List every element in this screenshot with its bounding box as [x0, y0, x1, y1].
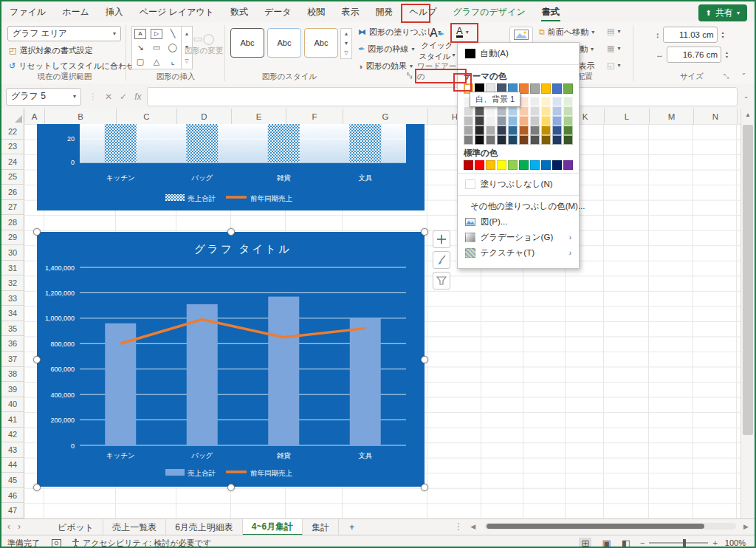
- new-sheet-button[interactable]: +: [339, 519, 365, 535]
- row-header-40[interactable]: 40: [1, 397, 24, 413]
- menu-tab-挿入[interactable]: 挿入: [97, 2, 131, 22]
- standard-color-swatch-1[interactable]: [475, 160, 484, 171]
- macro-record-icon[interactable]: [52, 539, 61, 547]
- resize-handle-e[interactable]: [421, 356, 428, 363]
- resize-handle-n[interactable]: [227, 228, 235, 236]
- vertical-scrollbar[interactable]: ▲: [740, 109, 755, 518]
- upper-chart[interactable]: 200キッチンバッグ雑貨文具売上合計前年同期売上: [37, 124, 425, 210]
- row-header-28[interactable]: 28: [1, 215, 24, 230]
- formula-input[interactable]: [147, 87, 738, 106]
- theme-variant-swatch-6-2[interactable]: [530, 116, 540, 126]
- line-shape-icon[interactable]: ╲: [171, 29, 176, 38]
- row-header-45[interactable]: 45: [1, 473, 24, 488]
- shape-outline-button[interactable]: ✒ 図形の枠線 ▾: [358, 44, 415, 55]
- accessibility-icon[interactable]: [72, 538, 80, 548]
- theme-variant-swatch-7-1[interactable]: [541, 106, 551, 116]
- cancel-icon[interactable]: ✕: [105, 92, 112, 102]
- standard-color-swatch-3[interactable]: [497, 160, 506, 171]
- namebox-splitter[interactable]: ⋮: [89, 92, 97, 102]
- theme-variant-swatch-2-4[interactable]: [486, 135, 495, 145]
- send-backward-button[interactable]: 動 ▾: [580, 44, 594, 55]
- theme-variant-swatch-5-1[interactable]: [519, 106, 529, 116]
- theme-variant-swatch-4-3[interactable]: [508, 126, 518, 135]
- sheet-nav-left-icon[interactable]: ‹: [1, 519, 16, 535]
- menu-tab-数式[interactable]: 数式: [222, 2, 256, 22]
- theme-variant-swatch-8-4[interactable]: [552, 135, 562, 145]
- sheet-nav-right-icon[interactable]: ›: [16, 519, 27, 535]
- menu-item-gradient[interactable]: グラデーション(G) ›: [464, 230, 573, 245]
- theme-variant-swatch-5-4[interactable]: [519, 135, 529, 145]
- theme-color-swatch-7[interactable]: [541, 83, 551, 94]
- align-button[interactable]: ▤▾: [607, 27, 620, 36]
- name-box[interactable]: グラフ 5 ▾: [6, 88, 81, 106]
- format-selection-button[interactable]: ◰ 選択対象の書式設定: [9, 45, 93, 56]
- zoom-slider[interactable]: [649, 542, 708, 544]
- share-button[interactable]: ⬆ 共有 ▾: [698, 4, 747, 21]
- row-header-27[interactable]: 27: [1, 200, 24, 216]
- alt-text-button[interactable]: [509, 27, 533, 43]
- row-header-41[interactable]: 41: [1, 412, 24, 428]
- arrow-shape-icon[interactable]: ↘: [137, 43, 143, 52]
- gallery-up-icon[interactable]: ▲: [344, 31, 349, 36]
- standard-color-swatch-7[interactable]: [541, 160, 551, 171]
- standard-color-swatch-2[interactable]: [486, 160, 495, 171]
- row-header-24[interactable]: 24: [1, 154, 24, 170]
- theme-variant-swatch-2-2[interactable]: [486, 116, 495, 126]
- row-header-39[interactable]: 39: [1, 382, 24, 397]
- sheet-tab-売上一覧表[interactable]: 売上一覧表: [103, 519, 166, 535]
- theme-variant-swatch-0-4[interactable]: [464, 135, 473, 145]
- menu-tab-データ[interactable]: データ: [256, 2, 300, 22]
- theme-variant-swatch-2-1[interactable]: [486, 106, 495, 116]
- height-down-icon[interactable]: ▾: [722, 35, 724, 39]
- normal-view-icon[interactable]: ⊞: [579, 538, 591, 548]
- shape-effects-button[interactable]: ◑ 図形の効果 ▾: [358, 61, 413, 72]
- theme-variant-swatch-7-2[interactable]: [541, 116, 551, 126]
- row-header-34[interactable]: 34: [1, 306, 24, 321]
- page-break-view-icon[interactable]: ◧: [622, 538, 630, 548]
- menu-item-texture[interactable]: テクスチャ(T) ›: [464, 245, 573, 261]
- wordart-dialog-launcher-icon[interactable]: ⤡: [407, 71, 412, 79]
- shape-styles-scroll[interactable]: ▲ ▼ ▽: [340, 28, 352, 59]
- theme-variant-swatch-8-0[interactable]: [552, 97, 562, 106]
- standard-color-swatch-4[interactable]: [508, 160, 518, 171]
- row-header-42[interactable]: 42: [1, 428, 24, 443]
- row-header-31[interactable]: 31: [1, 261, 24, 276]
- standard-color-swatch-8[interactable]: [552, 160, 562, 171]
- column-header-E[interactable]: E: [232, 109, 286, 124]
- row-header-33[interactable]: 33: [1, 291, 24, 306]
- theme-variant-swatch-5-2[interactable]: [519, 116, 529, 126]
- row-header-26[interactable]: 26: [1, 185, 24, 200]
- column-header-M[interactable]: M: [650, 109, 694, 124]
- reset-style-button[interactable]: ↺ リセットしてスタイルに合わせる: [9, 61, 143, 72]
- row-header-32[interactable]: 32: [1, 275, 24, 291]
- accessibility-status[interactable]: アクセシビリティ: 検討が必要です: [83, 538, 211, 548]
- bring-forward-button[interactable]: ⧉ 前面へ移動 ▾: [539, 27, 594, 38]
- menu-tab-ファイル[interactable]: ファイル: [1, 2, 54, 22]
- theme-variant-swatch-8-2[interactable]: [552, 116, 562, 126]
- theme-variant-swatch-1-4[interactable]: [475, 135, 484, 145]
- row-header-37[interactable]: 37: [1, 352, 24, 367]
- menu-tab-ホーム[interactable]: ホーム: [54, 2, 97, 22]
- resize-handle-se[interactable]: [421, 484, 428, 491]
- oval-shape-icon[interactable]: ◯: [168, 43, 177, 52]
- page-layout-view-icon[interactable]: ▣: [602, 538, 611, 548]
- menu-item-more-colors[interactable]: その他の塗りつぶしの色(M)...: [464, 199, 573, 214]
- theme-variant-swatch-3-3[interactable]: [497, 126, 506, 135]
- standard-color-swatch-9[interactable]: [563, 160, 573, 171]
- insert-shapes-gallery[interactable]: A ▷ ╲ ↘ ▭ ◯ ▢ △ ⌞ ▲ ▼ ▽: [131, 26, 193, 69]
- row-header-35[interactable]: 35: [1, 321, 24, 337]
- theme-variant-swatch-8-3[interactable]: [552, 126, 562, 135]
- zoom-in-icon[interactable]: +: [712, 538, 717, 547]
- select-all-corner[interactable]: [1, 109, 24, 124]
- font-color-button[interactable]: A ▾: [453, 24, 472, 40]
- chart-filters-button[interactable]: [433, 272, 450, 290]
- column-header-N[interactable]: N: [694, 109, 738, 124]
- theme-variant-swatch-6-0[interactable]: [530, 97, 540, 106]
- hscroll-right-icon[interactable]: ▶: [743, 523, 749, 530]
- row-header-46[interactable]: 46: [1, 488, 24, 504]
- theme-color-swatch-8[interactable]: [552, 83, 562, 94]
- theme-variant-swatch-4-4[interactable]: [508, 135, 518, 145]
- width-down-icon[interactable]: ▾: [726, 55, 728, 59]
- vertical-scroll-thumb[interactable]: [743, 125, 753, 435]
- column-header-B[interactable]: B: [45, 109, 117, 124]
